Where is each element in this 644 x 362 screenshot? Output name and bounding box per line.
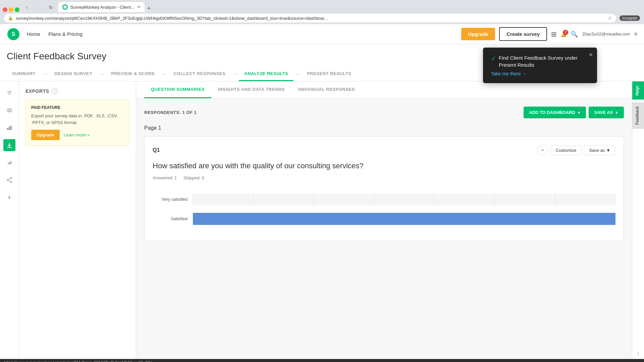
tooltip-close-btn[interactable]: ✕: [589, 52, 593, 58]
learn-more-link[interactable]: Learn more »: [64, 132, 90, 137]
tab-close-btn[interactable]: ✕: [137, 5, 141, 9]
browser-chrome: ‹ › ↻ SurveyMonkey Analyze - Client... ✕…: [0, 0, 644, 24]
svg-point-0: [63, 5, 67, 9]
tooltip-title: ✓ Find Client Feedback Survey under Pres…: [491, 54, 589, 68]
arrow-3: →: [160, 71, 168, 77]
browser-tab-active[interactable]: SurveyMonkey Analyze - Client... ✕: [58, 2, 145, 12]
chart-bar-area-very-satisfied: [193, 193, 615, 205]
arrow-4: →: [231, 71, 239, 77]
address-input[interactable]: 🔒 surveymonkey.com/analyze/qWCeo19KXH3HB…: [4, 14, 616, 22]
lock-icon: 🔒: [8, 16, 13, 20]
svg-line-17: [8, 180, 10, 182]
status-url: https://www.surveymonkey.com/stories/SM-…: [4, 360, 155, 362]
main-layout: EXPORTS ? PAID FEATURE Export your surve…: [0, 81, 644, 359]
svg-point-6: [7, 109, 12, 112]
download-icon[interactable]: [3, 139, 15, 151]
question-card-header: Q1 ✦ Customize Save as ▼: [153, 145, 615, 156]
chart-label-very-satisfied: Very satisfied: [153, 197, 193, 202]
tab-preview-score[interactable]: PREVIEW & SCORE: [106, 67, 160, 81]
svg-rect-9: [9, 127, 10, 130]
window-max-btn[interactable]: [15, 7, 19, 12]
notifications-button[interactable]: 🔔 2: [561, 32, 567, 37]
customize-btn[interactable]: Customize: [551, 145, 581, 155]
chart-container: Very satisfied: [153, 188, 615, 233]
left-sidebar: [0, 81, 19, 359]
forward-btn[interactable]: ›: [34, 3, 44, 12]
pin-icon[interactable]: ✦: [537, 145, 548, 156]
nav-plans-pricing[interactable]: Plans & Pricing: [48, 31, 83, 37]
apps-grid-icon[interactable]: ⊞: [551, 30, 557, 38]
question-card: Q1 ✦ Customize Save as ▼ How satisfied a…: [144, 136, 624, 241]
exports-help-icon[interactable]: ?: [52, 88, 58, 94]
svg-point-7: [8, 110, 10, 111]
help-tab[interactable]: Help!: [632, 81, 644, 100]
address-bar: 🔒 surveymonkey.com/analyze/qWCeo19KXH3HB…: [0, 12, 644, 24]
surveymonkey-logo[interactable]: S: [7, 27, 20, 41]
respondents-bar: RESPONDENTS: 1 of 1 ADD TO DASHBOARD ▼ S…: [144, 107, 624, 118]
paid-feature-desc: Export your survey data in .PDF, .XLS, .…: [31, 113, 123, 126]
content-tabs: QUESTION SUMMARIES INSIGHTS AND DATA TRE…: [136, 81, 632, 99]
arrow-1: →: [41, 71, 49, 77]
tab-individual-responses[interactable]: INDIVIDUAL RESPONSES: [291, 81, 362, 98]
arrow-2: →: [98, 71, 106, 77]
exports-upgrade-btn[interactable]: Upgrade: [31, 130, 60, 140]
add-to-dashboard-btn[interactable]: ADD TO DASHBOARD ▼: [524, 107, 586, 118]
tab-collect-responses[interactable]: COLLECT RESPONSES: [168, 67, 231, 81]
exports-header: EXPORTS ?: [25, 88, 129, 94]
user-email[interactable]: 20acSc02@meadiw.com: [582, 32, 630, 37]
new-tab-btn[interactable]: +: [145, 5, 154, 12]
tab-summary[interactable]: SUMMARY: [7, 67, 41, 81]
action-buttons: ADD TO DASHBOARD ▼ SAVE AS ▼: [524, 107, 624, 118]
question-number: Q1: [153, 147, 160, 153]
tab-bar: ‹ › ↻ SurveyMonkey Analyze - Client... ✕…: [0, 0, 644, 12]
tooltip-link[interactable]: Take me there →: [491, 71, 589, 76]
window-close-btn[interactable]: [3, 7, 7, 12]
main-nav: Home Plans & Pricing: [27, 31, 83, 37]
chart-row-very-satisfied: Very satisfied: [153, 191, 615, 208]
window-min-btn[interactable]: [9, 7, 13, 12]
tab-insights-data-trends[interactable]: INSIGHTS AND DATA TRENDS: [211, 81, 291, 98]
save-as-dropdown-icon: ▼: [615, 111, 619, 115]
user-menu-icon[interactable]: ≡: [634, 31, 637, 37]
paid-feature-label: PAID FEATURE: [31, 105, 123, 110]
create-survey-button[interactable]: Create survey: [499, 27, 547, 41]
reload-btn[interactable]: ↻: [46, 3, 56, 12]
share-icon[interactable]: [3, 174, 15, 186]
search-icon[interactable]: 🔍: [571, 31, 578, 38]
arrow-5: →: [293, 71, 302, 77]
tab-title: SurveyMonkey Analyze - Client...: [70, 5, 135, 10]
feedback-tab[interactable]: Feedback: [632, 102, 644, 129]
save-as-btn[interactable]: SAVE AS ▼: [589, 107, 624, 118]
add-dashboard-dropdown-icon: ▼: [577, 111, 581, 115]
header-right: Upgrade Create survey ⊞ 🔔 2 🔍 20acSc02@m…: [461, 27, 637, 41]
nav-home[interactable]: Home: [27, 31, 40, 37]
tab-present-results[interactable]: PRESENT RESULTS: [302, 67, 357, 81]
exports-title: EXPORTS: [25, 88, 49, 94]
chart-row-satisfied: Satisfied: [153, 210, 615, 227]
upgrade-button[interactable]: Upgrade: [461, 28, 495, 40]
link-icon[interactable]: [3, 157, 15, 169]
right-sidebar: Help! Feedback ↑: [632, 81, 644, 359]
lightning-icon[interactable]: [3, 191, 15, 203]
analytics-icon[interactable]: [3, 122, 15, 134]
svg-line-16: [8, 178, 10, 180]
tab-question-summaries[interactable]: QUESTION SUMMARIES: [144, 81, 211, 98]
save-as-sm-btn[interactable]: Save as ▼: [584, 145, 615, 155]
tab-design-survey[interactable]: DESIGN SURVEY: [49, 67, 98, 81]
tab-analyze-results[interactable]: ANALYZE RESULTS: [239, 67, 293, 81]
question-text: How satisfied are you with the quality o…: [153, 161, 615, 171]
eye-icon[interactable]: [3, 104, 15, 116]
tooltip-popup: ✕ ✓ Find Client Feedback Survey under Pr…: [483, 48, 597, 83]
svg-point-13: [10, 177, 12, 179]
notification-badge: 2: [563, 30, 568, 35]
svg-marker-18: [8, 195, 11, 200]
bookmark-icon[interactable]: ☆: [608, 15, 612, 21]
paid-feature-box: PAID FEATURE Export your survey data in …: [25, 100, 129, 146]
content-area: QUESTION SUMMARIES INSIGHTS AND DATA TRE…: [136, 81, 632, 359]
filter-icon[interactable]: [3, 87, 15, 99]
scroll-up-btn[interactable]: ↑: [632, 348, 644, 359]
svg-text:S: S: [12, 31, 15, 37]
back-btn[interactable]: ‹: [22, 3, 32, 12]
exports-panel: EXPORTS ? PAID FEATURE Export your surve…: [19, 81, 136, 359]
incognito-badge: Incognito: [620, 15, 640, 21]
